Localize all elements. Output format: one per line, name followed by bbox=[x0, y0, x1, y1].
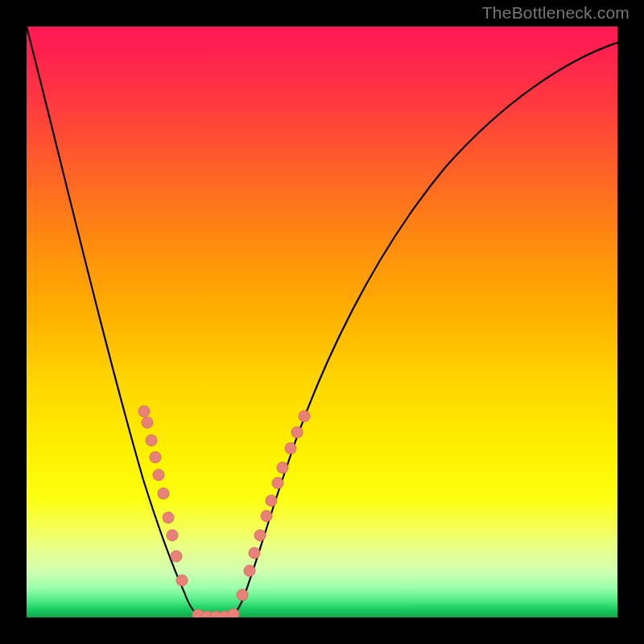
data-marker bbox=[158, 488, 169, 499]
data-marker bbox=[138, 406, 150, 417]
curve-layer bbox=[27, 27, 617, 617]
data-marker bbox=[299, 411, 310, 422]
markers-group bbox=[138, 406, 310, 617]
data-marker bbox=[244, 565, 255, 576]
data-marker bbox=[228, 609, 239, 617]
data-marker bbox=[266, 495, 277, 506]
data-marker bbox=[176, 575, 188, 586]
data-marker bbox=[291, 427, 303, 438]
plot-area bbox=[27, 27, 617, 617]
data-marker bbox=[272, 477, 283, 489]
data-marker bbox=[167, 530, 178, 541]
data-marker bbox=[171, 551, 182, 562]
data-marker bbox=[277, 462, 288, 473]
bottleneck-curve bbox=[27, 27, 617, 617]
data-marker bbox=[146, 435, 157, 446]
data-marker bbox=[142, 417, 153, 428]
chart-frame: TheBottleneck.com bbox=[0, 0, 644, 644]
data-marker bbox=[285, 443, 296, 454]
data-marker bbox=[163, 512, 174, 523]
data-marker bbox=[237, 589, 248, 601]
data-marker bbox=[150, 452, 161, 463]
data-marker bbox=[261, 510, 272, 522]
watermark-text: TheBottleneck.com bbox=[482, 3, 630, 23]
data-marker bbox=[254, 530, 266, 541]
data-marker bbox=[153, 469, 164, 481]
data-marker bbox=[249, 547, 260, 559]
